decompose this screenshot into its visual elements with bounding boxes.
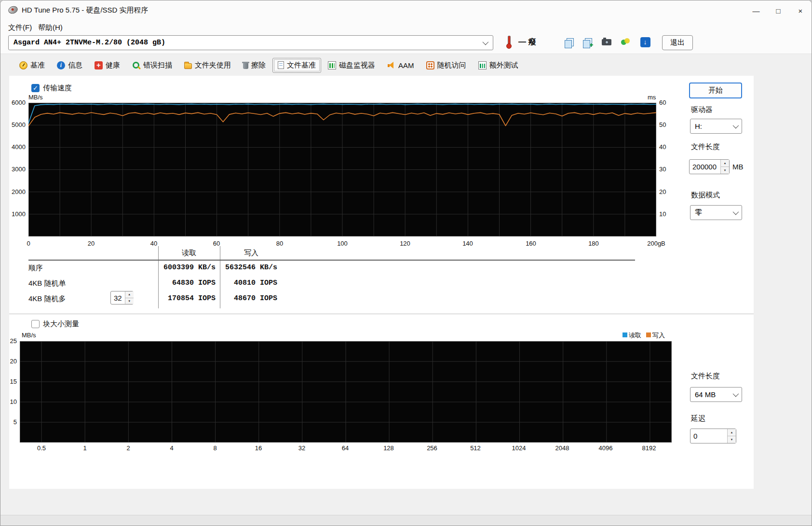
y-tick: 6000 <box>4 99 26 106</box>
close-icon: × <box>798 7 803 15</box>
tab-extra-tests[interactable]: 额外测试 <box>473 58 524 73</box>
data-mode-select[interactable]: 零 <box>690 205 742 220</box>
minimize-button[interactable]: — <box>745 0 767 21</box>
y-tick: 2000 <box>4 188 26 195</box>
screenshot-button[interactable] <box>598 35 615 49</box>
copy-add-icon <box>585 38 592 46</box>
transfer-speed-checkbox[interactable]: 传输速度 <box>31 83 72 93</box>
y-tick: 25 <box>1 337 17 345</box>
checkbox-unchecked-icon <box>31 320 40 328</box>
options-button[interactable] <box>617 35 634 49</box>
tab-label: 磁盘监视器 <box>339 61 375 70</box>
maximize-button[interactable]: □ <box>767 0 789 21</box>
tab-error-scan[interactable]: 错误扫描 <box>127 58 177 73</box>
column-header-read: 读取 <box>161 249 217 258</box>
y-tick: 20 <box>1 358 17 365</box>
menu-file[interactable]: 文件(F) <box>5 22 35 33</box>
queue-depth-input[interactable]: 32 <box>110 291 134 305</box>
y-tick: 50 <box>659 121 666 128</box>
x-tick: 4 <box>157 444 186 452</box>
minimize-to-tray-button[interactable] <box>637 35 653 49</box>
data-mode-label: 数据模式 <box>691 191 720 200</box>
x-tick: 128 <box>374 444 403 452</box>
sequential-read-value: 6003399 KB/s <box>160 263 216 272</box>
tab-health[interactable]: 健康 <box>89 58 125 73</box>
tab-benchmark[interactable]: 基准 <box>14 58 50 73</box>
menu-help[interactable]: 帮助(H) <box>35 22 66 33</box>
x-tick: 16 <box>244 444 273 452</box>
y-tick: 4000 <box>4 143 26 151</box>
tab-label: 信息 <box>68 61 82 70</box>
health-icon <box>95 61 103 69</box>
random-single-write-value: 40810 IOPS <box>221 279 277 287</box>
x-tick: 180 <box>580 240 607 247</box>
minimize-icon: — <box>753 7 760 15</box>
file-length-value[interactable]: 200000 <box>690 160 720 174</box>
checkbox-checked-icon <box>31 84 40 92</box>
table-divider <box>220 246 220 308</box>
y-tick: 30 <box>659 166 666 173</box>
row-label-sequential: 顺序 <box>28 263 43 273</box>
start-button[interactable]: 开始 <box>689 83 742 98</box>
app-icon <box>7 5 19 14</box>
close-button[interactable]: × <box>789 0 812 21</box>
write-swatch-icon <box>646 332 651 337</box>
spin-up-icon[interactable] <box>125 291 134 298</box>
y-tick: 3000 <box>4 166 26 173</box>
drive-select-value: H: <box>690 122 733 130</box>
drive-label: 驱动器 <box>691 105 713 114</box>
y-tick: 1000 <box>4 210 26 218</box>
spin-down-icon[interactable] <box>728 436 736 443</box>
erase-icon <box>243 63 248 69</box>
block-size-checkbox[interactable]: 块大小测量 <box>31 319 79 329</box>
delay-input[interactable]: 0 <box>690 429 736 443</box>
read-swatch-icon <box>623 332 627 337</box>
drive-combo[interactable]: Asgard AN4+ 2TNVMe-M.2/80 (2048 gB) <box>8 35 493 50</box>
tab-aam[interactable]: AAM <box>382 58 420 72</box>
block-size-label: 块大小测量 <box>43 319 79 329</box>
tab-label: 基准 <box>30 61 45 70</box>
y-axis-unit-left: MB/s <box>28 94 43 101</box>
y-tick: 5000 <box>4 121 26 128</box>
block-file-length-select[interactable]: 64 MB <box>690 387 742 402</box>
x-tick: 140 <box>454 240 481 247</box>
camera-icon <box>602 39 611 45</box>
data-mode-value: 零 <box>690 208 733 217</box>
temperature-readout: — 癈 <box>518 37 536 47</box>
tab-file-benchmark[interactable]: 文件基准 <box>272 58 321 73</box>
drive-combo-value: Asgard AN4+ 2TNVMe-M.2/80 (2048 gB) <box>9 39 483 47</box>
tab-label: 擦除 <box>251 61 266 70</box>
y-tick: 10 <box>1 398 17 405</box>
window-title: HD Tune Pro 5.75 - 硬盘/SSD 实用程序 <box>22 6 149 15</box>
tab-label: 额外测试 <box>489 61 518 70</box>
queue-depth-value[interactable]: 32 <box>111 291 125 304</box>
spin-up-icon[interactable] <box>721 160 729 167</box>
tab-erase[interactable]: 擦除 <box>238 58 271 73</box>
tab-label: 错误扫描 <box>143 61 172 70</box>
exit-button[interactable]: 退出 <box>662 35 693 50</box>
drive-select[interactable]: H: <box>690 119 742 134</box>
copy-pages-icon <box>567 38 574 46</box>
tab-info[interactable]: 信息 <box>52 58 88 73</box>
block-file-length-label: 文件长度 <box>691 372 720 381</box>
disk-monitor-icon <box>328 61 336 69</box>
x-tick: 100 <box>329 240 356 247</box>
color-test-icon <box>621 38 630 46</box>
y-tick: 15 <box>1 378 17 385</box>
file-length-input[interactable]: 200000 <box>689 159 730 174</box>
block-size-chart <box>20 341 672 443</box>
chevron-down-icon <box>733 209 739 215</box>
spin-down-icon[interactable] <box>721 167 729 174</box>
table-divider <box>158 246 159 308</box>
spin-up-icon[interactable] <box>728 429 736 436</box>
copy-to-clipboard-button[interactable] <box>562 35 578 49</box>
copy-to-file-button[interactable] <box>580 35 596 49</box>
spin-down-icon[interactable] <box>125 298 134 305</box>
x-tick: 8192 <box>635 444 663 452</box>
file-length-label: 文件长度 <box>691 142 720 152</box>
delay-value[interactable]: 0 <box>690 429 727 443</box>
tab-disk-monitor[interactable]: 磁盘监视器 <box>323 58 380 73</box>
tab-folder-usage[interactable]: 文件夹使用 <box>179 58 236 73</box>
title-bar: HD Tune Pro 5.75 - 硬盘/SSD 实用程序 — □ × <box>0 0 812 21</box>
tab-random-access[interactable]: 随机访问 <box>421 58 472 73</box>
